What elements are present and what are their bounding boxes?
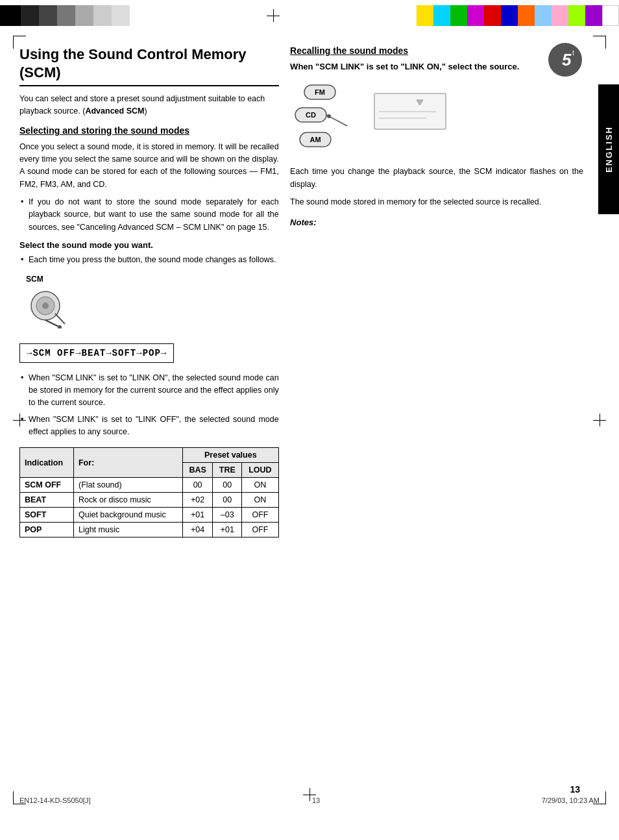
scm-diagram: SCM (19, 275, 279, 330)
source-buttons-svg: FM CD AM (290, 82, 352, 156)
cell-scm-off-loud: ON (242, 478, 279, 493)
cell-beat-for: Rock or disco music (73, 493, 182, 508)
intro-bold: Advanced SCM (85, 106, 144, 116)
svg-point-14 (327, 114, 331, 118)
grayscale-bars (0, 0, 130, 31)
color-bar-white (602, 5, 619, 26)
color-bar-cyan (433, 5, 450, 26)
source-diagram: FM CD AM (290, 82, 583, 156)
source-buttons: FM CD AM (290, 82, 352, 156)
col-for: For: (73, 448, 182, 478)
bar-6 (93, 5, 112, 26)
cell-soft-indication: SOFT (20, 508, 74, 523)
page-number: 13 (570, 784, 580, 795)
cell-soft-tre: –03 (213, 508, 242, 523)
notes-label: Notes: (290, 217, 583, 227)
top-crosshair-icon (267, 9, 280, 22)
footer: EN12-14-KD-S5050[J] 13 7/29/03, 10:23 AM (19, 797, 600, 804)
recalling-section-title: Recalling the sound modes (290, 45, 583, 56)
svg-line-7 (45, 320, 58, 327)
scm-flow: →SCM OFF→BEAT→SOFT→POP→ (19, 343, 174, 363)
scm-button-illustration (26, 286, 71, 328)
recall-para1: Each time you change the playback source… (290, 166, 583, 191)
bar-3 (39, 5, 57, 26)
corner-mark-tr (593, 36, 606, 49)
recall-subtitle: When "SCM LINK" is set to "LINK ON," sel… (290, 61, 583, 73)
footer-right: 7/29/03, 10:23 AM (542, 797, 600, 804)
color-bar-lightblue (535, 5, 552, 26)
right-crosshair-icon (593, 414, 606, 426)
col-tre: TRE (213, 463, 242, 478)
cell-beat-tre: 00 (213, 493, 242, 508)
recall-para2: The sound mode stored in memory for the … (290, 196, 583, 208)
table-body: SCM OFF (Flat sound) 00 00 ON BEAT Rock … (20, 478, 279, 537)
col-indication: Indication (20, 448, 74, 478)
scm-label: SCM (26, 275, 279, 284)
col-loud: LOUD (242, 463, 279, 478)
color-bar-red (484, 5, 501, 26)
bar-1 (0, 5, 21, 26)
intro-paragraph: You can select and store a preset sound … (19, 93, 279, 117)
top-bar (0, 0, 619, 31)
footer-center: 13 (312, 797, 320, 804)
cell-pop-bas: +04 (182, 523, 212, 537)
display-svg (371, 87, 449, 139)
svg-text:AM: AM (310, 136, 321, 143)
cell-pop-for: Light music (73, 523, 182, 537)
col-preset-values: Preset values (182, 448, 278, 463)
col-bas: BAS (182, 463, 212, 478)
table-row: SCM OFF (Flat sound) 00 00 ON (20, 478, 279, 493)
left-column: Using the Sound Control Memory (SCM) You… (19, 45, 279, 537)
bar-7 (112, 5, 130, 26)
bullet-2: Each time you press the button, the soun… (19, 254, 279, 266)
right-column: Recalling the sound modes When "SCM LINK… (290, 45, 583, 227)
svg-text:CD: CD (306, 111, 316, 119)
cell-scm-off-tre: 00 (213, 478, 242, 493)
color-bar-yellow (417, 5, 433, 26)
display-area (371, 87, 449, 141)
cell-pop-loud: OFF (242, 523, 279, 537)
footer-left: EN12-14-KD-S5050[J] (19, 797, 90, 804)
bullet-4: When "SCM LINK" is set to "LINK OFF", th… (19, 414, 279, 439)
cell-beat-indication: BEAT (20, 493, 74, 508)
table-row: BEAT Rock or disco music +02 00 ON (20, 493, 279, 508)
english-sidebar: ENGLISH (598, 84, 619, 214)
cell-beat-loud: ON (242, 493, 279, 508)
cell-beat-bas: +02 (182, 493, 212, 508)
cell-pop-tre: +01 (213, 523, 242, 537)
color-bar-lime (568, 5, 585, 26)
cell-soft-bas: +01 (182, 508, 212, 523)
bar-2 (21, 5, 39, 26)
color-bar-magenta (467, 5, 484, 26)
cell-soft-for: Quiet background music (73, 508, 182, 523)
color-bar-orange (518, 5, 535, 26)
body-para1: Once you select a sound mode, it is stor… (19, 141, 279, 191)
sub-section-title: Select the sound mode you want. (19, 240, 279, 250)
cell-soft-loud: OFF (242, 508, 279, 523)
cell-scm-off-for: (Flat sound) (73, 478, 182, 493)
color-bars (417, 0, 619, 31)
svg-text:FM: FM (315, 88, 325, 96)
table-header-row: Indication For: Preset values (20, 448, 279, 463)
top-crosshair-area (130, 9, 417, 22)
table-row: SOFT Quiet background music +01 –03 OFF (20, 508, 279, 523)
cell-pop-indication: POP (20, 523, 74, 537)
color-bar-green (450, 5, 467, 26)
intro-end: ) (144, 106, 147, 116)
color-bar-purple (585, 5, 602, 26)
cell-scm-off-bas: 00 (182, 478, 212, 493)
color-bar-blue (501, 5, 518, 26)
bullet-3: When "SCM LINK" is set to "LINK ON", the… (19, 372, 279, 410)
selecting-section-title: Selecting and storing the sound modes (19, 125, 279, 136)
main-content: Using the Sound Control Memory (SCM) You… (19, 45, 583, 795)
bullet-1: If you do not want to store the sound mo… (19, 196, 279, 234)
cell-scm-off-indication: SCM OFF (20, 478, 74, 493)
color-bar-pink (552, 5, 568, 26)
main-title: Using the Sound Control Memory (SCM) (19, 45, 279, 86)
bar-5 (75, 5, 93, 26)
bar-4 (57, 5, 75, 26)
english-label: ENGLISH (604, 126, 614, 173)
svg-point-6 (42, 303, 49, 309)
svg-line-5 (55, 314, 65, 324)
preset-table: Indication For: Preset values BAS TRE LO… (19, 447, 279, 537)
